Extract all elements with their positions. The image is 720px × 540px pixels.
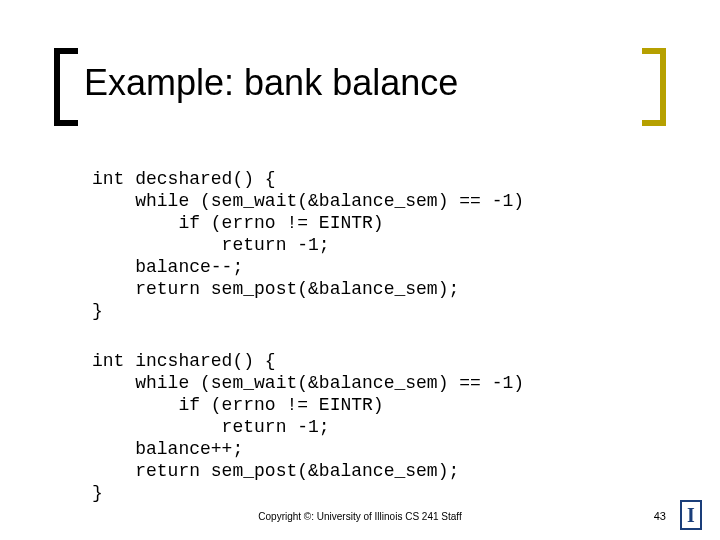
code-block-incshared: int incshared() { while (sem_wait(&balan… <box>92 350 524 504</box>
page-number: 43 <box>654 510 666 522</box>
logo-letter: I <box>687 505 695 525</box>
footer-copyright: Copyright ©: University of Illinois CS 2… <box>0 511 720 522</box>
code-block-decshared: int decshared() { while (sem_wait(&balan… <box>92 168 524 322</box>
bracket-left-icon <box>54 48 78 126</box>
slide-title: Example: bank balance <box>84 62 458 104</box>
title-area: Example: bank balance <box>54 48 666 126</box>
slide: Example: bank balance int decshared() { … <box>0 0 720 540</box>
university-logo-icon: I <box>680 500 702 530</box>
bracket-right-icon <box>642 48 666 126</box>
